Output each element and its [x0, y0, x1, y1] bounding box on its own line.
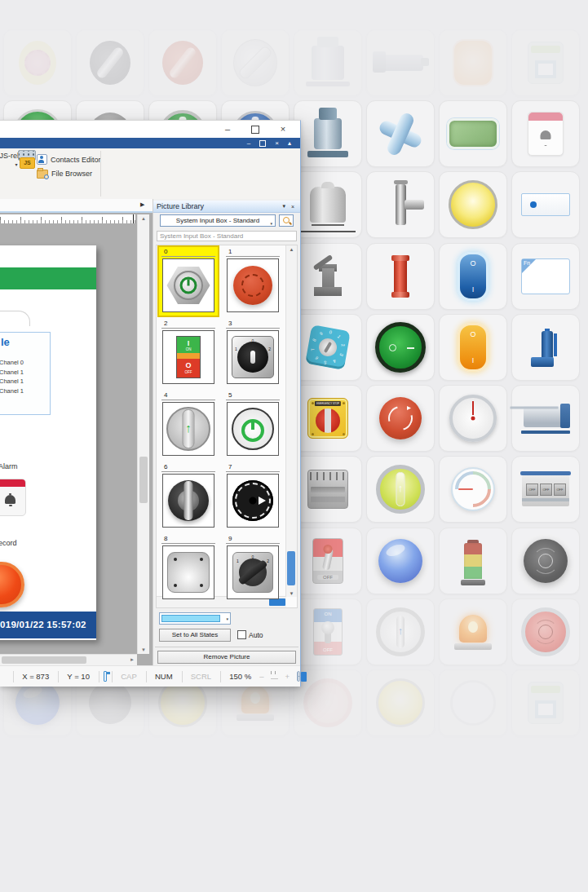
- bg-tile-breaker-panel[interactable]: OFFOFFOFF: [511, 456, 580, 523]
- bg-tile-lamp-orange[interactable]: [439, 29, 507, 96]
- bg-tile-estop-round[interactable]: [3, 29, 72, 96]
- ribbon-collapse-button[interactable]: ▴: [288, 138, 291, 148]
- scroll-up-icon[interactable]: ▲: [286, 247, 297, 252]
- canvas-vscroll-thumb[interactable]: [139, 457, 148, 503]
- zoom-slider-thumb[interactable]: [301, 672, 307, 682]
- picture-item-4[interactable]: 4: [159, 391, 218, 459]
- bg-tile-toggle-red[interactable]: OFF: [294, 528, 362, 594]
- tab-scroll-right-icon[interactable]: ▶: [140, 201, 144, 208]
- picture-item-1[interactable]: 1: [223, 247, 282, 316]
- bg-tile-tank[interactable]: [294, 171, 362, 238]
- picture-item-6[interactable]: 6: [159, 462, 218, 531]
- bg-tile-pump-submersible[interactable]: [294, 100, 362, 167]
- picture-item-thumbnail: IONOOFF: [162, 330, 214, 384]
- bg-tile-dome-blue[interactable]: [366, 528, 435, 594]
- bg-tile-pump-gray[interactable]: [366, 29, 435, 96]
- bg-tile-valve-blue[interactable]: [511, 314, 580, 381]
- bg-tile-dial-digits[interactable]: 0123456789: [294, 314, 362, 381]
- bell-icon: [5, 495, 15, 504]
- items-vscroll-thumb[interactable]: [287, 551, 295, 585]
- panel-close-icon[interactable]: ×: [291, 204, 294, 210]
- canvas-hscroll-thumb[interactable]: [2, 656, 86, 664]
- save-icon[interactable]: [104, 671, 107, 682]
- channel-item: Chanel 1: [0, 377, 24, 386]
- js-related-button[interactable]: JS JS-related ▾: [0, 150, 38, 197]
- contacts-editor-button[interactable]: Contacts Editor: [37, 152, 101, 166]
- library-name-field[interactable]: System Input Box - Standard: [157, 231, 297, 241]
- bg-tile-lamp-yellow[interactable]: [439, 171, 507, 238]
- items-vertical-scrollbar[interactable]: ▲ ▼: [285, 245, 297, 597]
- window-restore-button[interactable]: [245, 122, 266, 136]
- bg-tile-buzzer-dark[interactable]: [511, 528, 580, 594]
- picture-item-5[interactable]: 5: [223, 391, 282, 459]
- bg-tile-coupling-red[interactable]: [366, 243, 435, 310]
- bg-tile-knob-red[interactable]: [148, 29, 217, 96]
- picture-item-3[interactable]: 3102: [223, 319, 282, 387]
- zoom-in-icon[interactable]: +: [281, 672, 294, 681]
- bg-tile-tower-light[interactable]: [439, 528, 507, 594]
- restore-icon: [251, 126, 259, 134]
- bg-tile-estop-arrows[interactable]: [366, 385, 435, 452]
- window-close-button[interactable]: ×: [272, 122, 294, 136]
- auto-checkbox[interactable]: [237, 630, 246, 639]
- bg-tile-card-teal[interactable]: [511, 669, 580, 736]
- bg-tile-knob-lime[interactable]: [366, 456, 435, 523]
- bg-tile-vacuum-pump[interactable]: [294, 29, 362, 96]
- scroll-up-icon[interactable]: ▲: [138, 216, 149, 221]
- valve-blue-icon: [528, 326, 564, 369]
- picture-item-7[interactable]: 7: [223, 462, 282, 531]
- bg-tile-rocker-blue[interactable]: OI: [439, 243, 507, 310]
- canvas-horizontal-scrollbar[interactable]: ►: [0, 654, 137, 665]
- zoom-slider[interactable]: [271, 671, 279, 682]
- scroll-down-icon[interactable]: ▼: [138, 647, 149, 652]
- bg-tile-input-dot[interactable]: [511, 171, 580, 238]
- bg-tile-beacon-orange[interactable]: [439, 598, 507, 665]
- bg-tile-rocker-green[interactable]: [366, 314, 435, 381]
- bg-tile-knob-white[interactable]: [221, 29, 290, 96]
- gauge-color-icon: [451, 467, 495, 511]
- bg-tile-knob-black[interactable]: [76, 29, 144, 96]
- canvas-vertical-scrollbar[interactable]: ▲ ▼: [137, 214, 149, 654]
- bg-tile-display-green[interactable]: [439, 100, 507, 167]
- bg-tile-pipe-cross[interactable]: [366, 100, 435, 167]
- bg-tile-estop-station[interactable]: EMERGENCY STOP: [294, 385, 362, 452]
- state-color-dropdown[interactable]: ▾: [159, 612, 231, 625]
- bg-tile-pipe-tee[interactable]: [366, 171, 435, 238]
- picture-item-number: 3: [226, 319, 280, 329]
- zoom-out-icon[interactable]: –: [255, 672, 267, 681]
- bg-tile-lamp-yellow[interactable]: [366, 669, 435, 736]
- picture-item-8[interactable]: 8: [159, 534, 218, 603]
- bg-tile-valve-gray[interactable]: [294, 243, 362, 310]
- bg-tile-gauge-color[interactable]: [439, 456, 507, 523]
- library-search-button[interactable]: [279, 214, 294, 227]
- bg-tile-ring-white[interactable]: [439, 669, 507, 736]
- bg-tile-panel-fn[interactable]: Fn: [511, 243, 580, 310]
- picture-item-9[interactable]: 9102: [223, 534, 282, 603]
- ribbon-restore-icon[interactable]: [259, 140, 266, 147]
- bg-tile-breaker-block[interactable]: [294, 456, 362, 523]
- picture-item-thumbnail: [162, 474, 214, 528]
- scroll-right-icon[interactable]: ►: [130, 657, 135, 662]
- bg-tile-card-teal[interactable]: [511, 29, 580, 96]
- fit-to-window-icon[interactable]: [297, 671, 300, 682]
- picture-item-2[interactable]: 2IONOOFF: [159, 319, 218, 387]
- estop-station-icon: EMERGENCY STOP: [307, 398, 348, 439]
- bg-tile-knob-white-arrow[interactable]: [366, 598, 435, 665]
- bg-tile-pump-horizontal[interactable]: [511, 385, 580, 452]
- bg-tile-buzzer-red[interactable]: [511, 598, 580, 665]
- window-minimize-button[interactable]: –: [217, 122, 238, 136]
- bg-tile-rocker-orange[interactable]: OI: [439, 314, 507, 381]
- bg-tile-alarm-card[interactable]: [511, 100, 580, 167]
- file-browser-button[interactable]: File Browser: [37, 166, 101, 180]
- picture-item-0[interactable]: 0: [159, 247, 218, 316]
- plate-metal-icon: [167, 552, 210, 593]
- set-to-all-states-button[interactable]: Set to All States: [159, 629, 231, 642]
- bg-tile-toggle-onoff[interactable]: ONOFF: [294, 598, 362, 665]
- ribbon-minimize-button[interactable]: –: [247, 138, 250, 148]
- bg-tile-gauge-white[interactable]: [439, 385, 507, 452]
- ribbon-close-button[interactable]: ×: [275, 138, 279, 148]
- panel-dropdown-icon[interactable]: ▾: [282, 203, 285, 210]
- remove-picture-button[interactable]: Remove Picture: [157, 651, 296, 664]
- scroll-down-icon[interactable]: ▼: [286, 591, 297, 596]
- library-select-dropdown[interactable]: System Input Box - Standard ▾: [160, 214, 276, 227]
